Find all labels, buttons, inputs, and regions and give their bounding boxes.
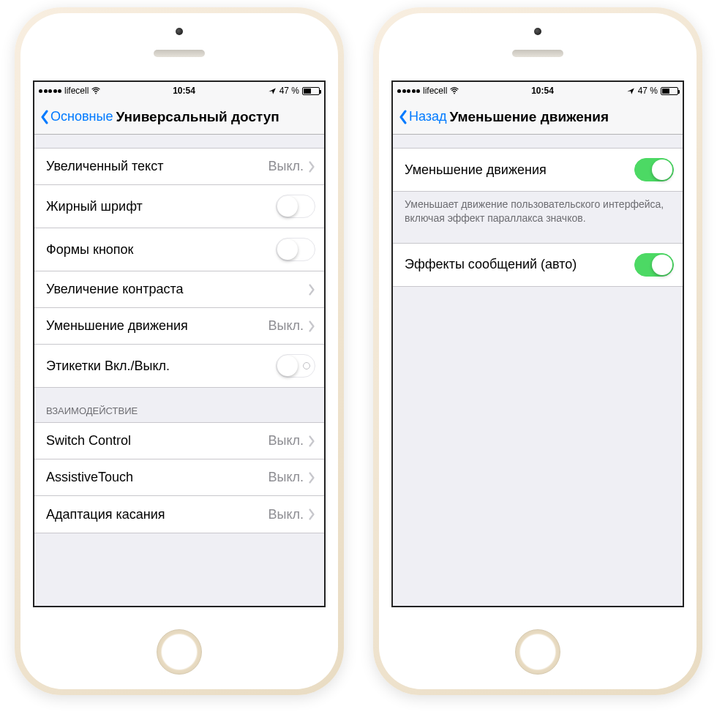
signal-dots-icon [397, 89, 420, 93]
row-label: Увеличение контраста [46, 282, 308, 297]
row-reduce-motion-toggle[interactable]: Уменьшение движения [393, 149, 683, 191]
page-title: Универсальный доступ [116, 109, 279, 125]
location-icon [626, 86, 635, 95]
row-label: AssistiveTouch [46, 470, 268, 485]
row-switch-control[interactable]: Switch Control Выкл. [34, 423, 324, 459]
home-button[interactable] [157, 629, 202, 675]
section-footer: Уменьшает движение пользовательского инт… [393, 192, 683, 225]
toggle-message-effects[interactable] [634, 253, 674, 277]
screen-left: lifecell 10:54 47 % Основные Универсальн… [33, 80, 326, 607]
chevron-left-icon [40, 110, 49, 124]
row-label: Адаптация касания [46, 507, 268, 522]
row-value: Выкл. [268, 159, 304, 174]
row-label: Жирный шрифт [46, 199, 276, 214]
row-label: Формы кнопок [46, 242, 276, 258]
clock-label: 10:54 [531, 86, 554, 96]
chevron-right-icon [308, 161, 315, 173]
chevron-right-icon [308, 284, 315, 296]
row-value: Выкл. [268, 318, 304, 334]
back-label: Основные [50, 109, 113, 124]
nav-bar: Основные Универсальный доступ [34, 100, 324, 135]
phone-right: lifecell 10:54 47 % Назад Уменьшение дви… [373, 7, 702, 695]
row-label: Эффекты сообщений (авто) [405, 257, 634, 272]
row-increase-contrast[interactable]: Увеличение контраста [34, 271, 324, 308]
row-label: Увеличенный текст [46, 159, 268, 174]
toggle-button-shapes[interactable] [276, 238, 315, 261]
row-bold-text[interactable]: Жирный шрифт [34, 185, 324, 228]
row-reduce-motion[interactable]: Уменьшение движения Выкл. [34, 308, 324, 345]
back-button[interactable]: Назад [399, 109, 447, 124]
signal-dots-icon [39, 89, 61, 93]
svg-point-1 [454, 93, 455, 94]
chevron-right-icon [308, 509, 315, 520]
row-label: Уменьшение движения [46, 318, 268, 334]
row-larger-text[interactable]: Увеличенный текст Выкл. [34, 149, 324, 185]
chevron-right-icon [308, 320, 315, 332]
battery-icon [661, 87, 678, 95]
row-onoff-labels[interactable]: Этикетки Вкл./Выкл. [34, 345, 324, 387]
chevron-right-icon [308, 435, 315, 447]
status-bar: lifecell 10:54 47 % [34, 82, 324, 100]
toggle-bold-text[interactable] [276, 195, 315, 218]
chevron-right-icon [308, 472, 315, 484]
carrier-label: lifecell [64, 86, 89, 96]
screen-right: lifecell 10:54 47 % Назад Уменьшение дви… [391, 80, 684, 607]
toggle-onoff-labels[interactable] [276, 354, 315, 378]
row-assistive-touch[interactable]: AssistiveTouch Выкл. [34, 459, 324, 496]
phone-speaker [512, 50, 563, 57]
toggle-reduce-motion[interactable] [634, 158, 674, 181]
battery-percent: 47 % [638, 86, 658, 96]
carrier-label: lifecell [423, 86, 447, 96]
wifi-icon [91, 86, 100, 95]
chevron-left-icon [399, 110, 408, 124]
row-value: Выкл. [268, 470, 304, 485]
wifi-icon [450, 86, 459, 95]
page-title: Уменьшение движения [450, 109, 609, 125]
phone-camera [534, 28, 541, 35]
home-button[interactable] [515, 629, 560, 675]
row-label: Уменьшение движения [405, 162, 634, 178]
row-label: Этикетки Вкл./Выкл. [46, 359, 276, 374]
phone-camera [176, 28, 183, 35]
row-value: Выкл. [268, 507, 304, 522]
status-bar: lifecell 10:54 47 % [393, 82, 683, 100]
phone-speaker [154, 50, 205, 57]
row-value: Выкл. [268, 433, 304, 449]
clock-label: 10:54 [173, 86, 195, 96]
back-button[interactable]: Основные [40, 109, 113, 124]
back-label: Назад [409, 109, 447, 124]
row-label: Switch Control [46, 433, 268, 449]
row-touch-accommodations[interactable]: Адаптация касания Выкл. [34, 496, 324, 533]
battery-percent: 47 % [279, 86, 299, 96]
battery-icon [302, 87, 320, 95]
phone-left: lifecell 10:54 47 % Основные Универсальн… [15, 7, 344, 695]
nav-bar: Назад Уменьшение движения [393, 100, 683, 135]
row-button-shapes[interactable]: Формы кнопок [34, 228, 324, 271]
location-icon [268, 86, 277, 95]
svg-point-0 [95, 93, 97, 94]
section-header-interaction: ВЗАИМОДЕЙСТВИЕ [34, 405, 324, 422]
row-message-effects[interactable]: Эффекты сообщений (авто) [393, 244, 683, 286]
